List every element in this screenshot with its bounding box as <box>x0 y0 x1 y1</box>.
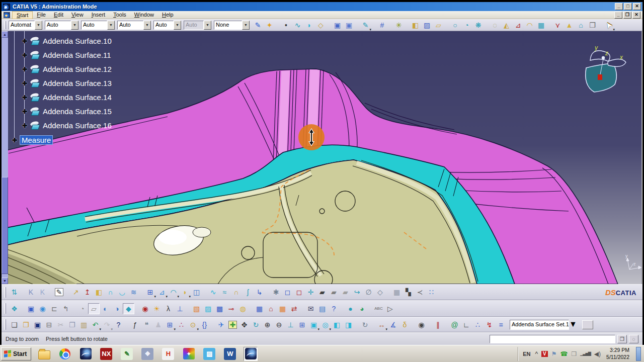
minimize-button[interactable]: _ <box>615 3 623 10</box>
axis-system-button[interactable]: ∟ <box>460 319 472 330</box>
flag-surface-tool[interactable]: ⊿▾ <box>156 287 168 298</box>
taskbar-autoform[interactable]: ❖ <box>140 347 154 361</box>
docked-blank-button[interactable] <box>582 320 593 329</box>
grid-roof-tool[interactable]: ⌂ <box>265 303 277 314</box>
box-tool[interactable]: ◇ <box>315 20 327 31</box>
j-curve-tool[interactable]: ʃ <box>242 287 254 298</box>
box-magnify-red-tool[interactable]: ◻ <box>293 287 305 298</box>
tree-expander-icon[interactable]: ✚ <box>22 95 28 101</box>
combo-arrow-icon[interactable]: ▼ <box>107 21 115 30</box>
combo-arrow-icon[interactable]: ▼ <box>174 21 181 30</box>
box-view-magnify-tool[interactable]: ◉ <box>37 303 48 314</box>
paint-tool[interactable]: ✎ <box>252 20 264 31</box>
menu-item-edit[interactable]: Edit <box>50 11 67 19</box>
zoom-out-button[interactable]: ⊖ <box>273 319 285 330</box>
crescent-tool[interactable]: ◗▾ <box>179 287 191 298</box>
small-parts-tool[interactable]: ∷ <box>426 287 437 298</box>
mdi-restore-button[interactable]: ❐ <box>623 12 631 19</box>
kinematic-tool-2[interactable]: K <box>37 287 48 298</box>
tree-item-addenda-surface[interactable]: Addenda Surface.14 <box>43 93 112 102</box>
taskbar-photos[interactable]: ▨ <box>202 347 216 361</box>
abc-annotation-tool[interactable]: ABC <box>373 303 384 314</box>
combo-arrow-icon[interactable]: ▼ <box>242 21 250 30</box>
taskbar-catia-active[interactable] <box>244 347 258 361</box>
tray-action-center[interactable]: ⚑ <box>551 351 557 357</box>
plane-dark-tool[interactable]: ▰ <box>316 287 328 298</box>
taskbar-nx[interactable]: NX <box>99 347 113 361</box>
walker-tool[interactable]: λ <box>163 303 174 314</box>
tray-volume[interactable]: ◀) <box>594 351 601 357</box>
fly-mode-button[interactable]: ✈ <box>215 319 227 330</box>
named-views-button[interactable]: ◎▾ <box>319 319 331 330</box>
lock-button[interactable]: ⊙▾ <box>187 319 199 330</box>
tree-item-addenda-surface[interactable]: Addenda Surface.11 <box>43 51 111 59</box>
combo-value[interactable]: Automat <box>9 21 35 30</box>
red-magnify-tool[interactable]: ◉ <box>139 303 151 314</box>
slab-tool[interactable]: ▱ <box>88 303 100 314</box>
edit-item-tool[interactable]: ✎▾ <box>360 20 371 31</box>
spline-tool[interactable]: ∿ <box>292 20 303 31</box>
box-help-tool[interactable]: ? <box>328 303 340 314</box>
hide-show-tool[interactable]: ∅ <box>363 287 374 298</box>
tree-item-addenda-surface[interactable]: Addenda Surface.15 <box>43 107 112 116</box>
power-input-button[interactable]: ◌ <box>629 335 638 343</box>
surface-red-arrow-tool[interactable]: ↥ <box>82 287 93 298</box>
send-mail-tool[interactable]: ✉ <box>305 303 316 314</box>
plug-tool[interactable]: ≺ <box>414 287 426 298</box>
comment-button[interactable]: ❝ <box>141 319 152 330</box>
rotate-swap-tool[interactable]: ⇅ <box>9 287 20 298</box>
menu-item-start[interactable]: Start <box>12 11 33 19</box>
wand-tool[interactable]: ✦ <box>264 20 275 31</box>
grid-edit-tool[interactable]: # <box>376 20 388 31</box>
graphic-properties-combo-1[interactable]: Auto▼ <box>45 21 78 30</box>
tray-clipboard[interactable]: ❒ <box>571 351 577 357</box>
mdi-minimize-button[interactable]: _ <box>614 12 622 19</box>
scroll-down-arrow[interactable]: ▼ <box>2 278 8 284</box>
sketch-pad-tool[interactable]: ✎ <box>53 287 65 298</box>
new-document-button[interactable]: ❏ <box>9 319 20 330</box>
arc-surface-tool[interactable]: ◡ <box>116 287 128 298</box>
workbench-combo[interactable]: Addenda Surface Set.1 ▼ <box>510 320 577 330</box>
box-magnify-tool[interactable]: ◻ <box>282 287 293 298</box>
fold-surface-tool[interactable]: ◧ <box>93 287 105 298</box>
sphere-pack-tool[interactable]: ◌ <box>489 20 501 31</box>
graphic-properties-combo-4[interactable]: Auto▼ <box>153 21 181 30</box>
taskbar-hypermesh[interactable]: H <box>161 347 175 361</box>
sphere-multi-tool[interactable]: ◕ <box>356 303 368 314</box>
combo-value[interactable]: None <box>214 21 242 30</box>
tree-expander-icon[interactable]: ✚ <box>22 52 28 58</box>
wall-surface-tool[interactable]: ◫ <box>191 287 202 298</box>
taskbar-file-explorer[interactable] <box>37 347 51 361</box>
mdi-close-button[interactable]: ✕ <box>632 12 640 19</box>
graphic-properties-combo-6[interactable]: None▼ <box>214 21 250 30</box>
histogram-button[interactable]: ∥ <box>432 319 444 330</box>
select-arrow-tool[interactable]: ➤▾ <box>603 20 615 31</box>
start-button[interactable]: Start <box>1 347 31 360</box>
list-view-button[interactable]: ≡ <box>495 319 507 330</box>
hat-surface-tool[interactable]: ∩ <box>230 287 242 298</box>
toolbar-handle[interactable] <box>5 303 6 314</box>
graphic-properties-combo-0[interactable]: Automat▼ <box>9 21 42 30</box>
kinematic-tool-1[interactable]: K <box>25 287 37 298</box>
tree-item-addenda-surface[interactable]: Addenda Surface.10 <box>43 37 112 45</box>
open-button[interactable]: ❐ <box>20 319 32 330</box>
dialog-expand-button[interactable]: ❐ <box>617 335 627 343</box>
tray-antivirus[interactable]: V <box>541 351 548 357</box>
whats-this-button[interactable]: ? <box>113 319 124 330</box>
undo-button[interactable]: ↶▾ <box>90 319 101 330</box>
tree-item-measure-selected[interactable]: Measure <box>20 135 53 145</box>
taskbar-color-app[interactable]: ✦ <box>182 347 196 361</box>
axis-curve-tool[interactable]: ↳ <box>254 287 265 298</box>
menu-item-file[interactable]: File <box>33 11 50 19</box>
taskbar-word[interactable]: W <box>223 347 237 361</box>
clamp-tool[interactable]: ⊏ <box>48 303 60 314</box>
plane-20-tool[interactable]: ▰ <box>328 287 340 298</box>
paste-button[interactable]: ▥ <box>78 319 90 330</box>
normal-view-button[interactable]: ⊥ <box>285 319 296 330</box>
graph-analysis-tool[interactable]: ⊿ <box>512 20 524 31</box>
tag-flag-tool[interactable]: ▷ <box>384 303 396 314</box>
blue-box-tool[interactable]: ▩ <box>214 303 225 314</box>
circle-arrow-tool[interactable]: ◔ <box>461 20 472 31</box>
sun-analysis-tool[interactable]: ☀ <box>151 303 163 314</box>
menu-item-view[interactable]: View <box>67 11 88 19</box>
